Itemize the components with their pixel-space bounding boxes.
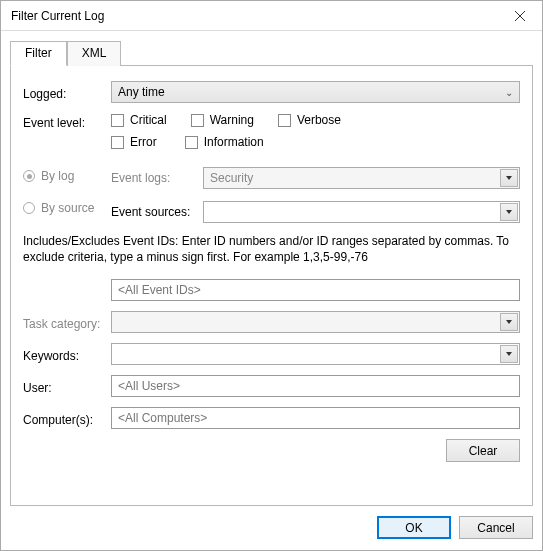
logged-select[interactable]: Any time ⌄ (111, 81, 520, 103)
close-icon (515, 11, 525, 21)
label-event-level: Event level: (23, 113, 111, 130)
checkbox-warning[interactable]: Warning (191, 113, 254, 127)
checkbox-information[interactable]: Information (185, 135, 264, 149)
logged-value: Any time (118, 85, 165, 99)
dropdown-button (500, 313, 518, 331)
radio-by-log: By log (23, 169, 111, 183)
tab-xml[interactable]: XML (67, 41, 122, 66)
user-input[interactable]: <All Users> (111, 375, 520, 397)
label-event-sources: Event sources: (111, 205, 203, 219)
tab-panel: Logged: Any time ⌄ Event level: Critical (10, 65, 533, 506)
titlebar: Filter Current Log (1, 1, 542, 31)
tab-filter[interactable]: Filter (10, 41, 67, 66)
label-logged: Logged: (23, 84, 111, 101)
dropdown-button[interactable] (500, 203, 518, 221)
help-text: Includes/Excludes Event IDs: Enter ID nu… (23, 233, 520, 265)
radio-label: By log (41, 169, 74, 183)
event-ids-input[interactable]: <All Event IDs> (111, 279, 520, 301)
checkbox-label: Error (130, 135, 157, 149)
tab-strip: Filter XML (10, 40, 533, 65)
ok-button[interactable]: OK (377, 516, 451, 539)
chevron-down-icon (506, 210, 512, 214)
chevron-down-icon (506, 352, 512, 356)
computers-input[interactable]: <All Computers> (111, 407, 520, 429)
label-event-logs: Event logs: (111, 171, 203, 185)
event-ids-placeholder: <All Event IDs> (118, 283, 201, 297)
checkbox-label: Critical (130, 113, 167, 127)
checkbox-verbose[interactable]: Verbose (278, 113, 341, 127)
dialog-footer: OK Cancel (1, 506, 542, 550)
checkbox-icon (185, 136, 198, 149)
checkbox-icon (191, 114, 204, 127)
checkbox-label: Warning (210, 113, 254, 127)
keywords-combo[interactable] (111, 343, 520, 365)
radio-icon (23, 170, 35, 182)
event-sources-combo[interactable] (203, 201, 520, 223)
close-button[interactable] (497, 1, 542, 30)
clear-button[interactable]: Clear (446, 439, 520, 462)
radio-icon (23, 202, 35, 214)
checkbox-label: Verbose (297, 113, 341, 127)
dropdown-button (500, 169, 518, 187)
label-task-category: Task category: (23, 314, 111, 331)
cancel-button[interactable]: Cancel (459, 516, 533, 539)
checkbox-icon (278, 114, 291, 127)
user-placeholder: <All Users> (118, 379, 180, 393)
label-user: User: (23, 378, 111, 395)
checkbox-icon (111, 114, 124, 127)
checkbox-icon (111, 136, 124, 149)
checkbox-label: Information (204, 135, 264, 149)
chevron-down-icon (506, 176, 512, 180)
computers-placeholder: <All Computers> (118, 411, 207, 425)
event-logs-value: Security (210, 171, 253, 185)
chevron-down-icon (506, 320, 512, 324)
checkbox-error[interactable]: Error (111, 135, 157, 149)
chevron-down-icon: ⌄ (505, 87, 513, 98)
label-keywords: Keywords: (23, 346, 111, 363)
dropdown-button[interactable] (500, 345, 518, 363)
radio-label: By source (41, 201, 94, 215)
radio-by-source: By source (23, 201, 111, 215)
label-computers: Computer(s): (23, 410, 111, 427)
task-category-combo (111, 311, 520, 333)
checkbox-critical[interactable]: Critical (111, 113, 167, 127)
event-logs-combo: Security (203, 167, 520, 189)
dialog-window: Filter Current Log Filter XML Logged: An… (0, 0, 543, 551)
window-title: Filter Current Log (11, 9, 497, 23)
